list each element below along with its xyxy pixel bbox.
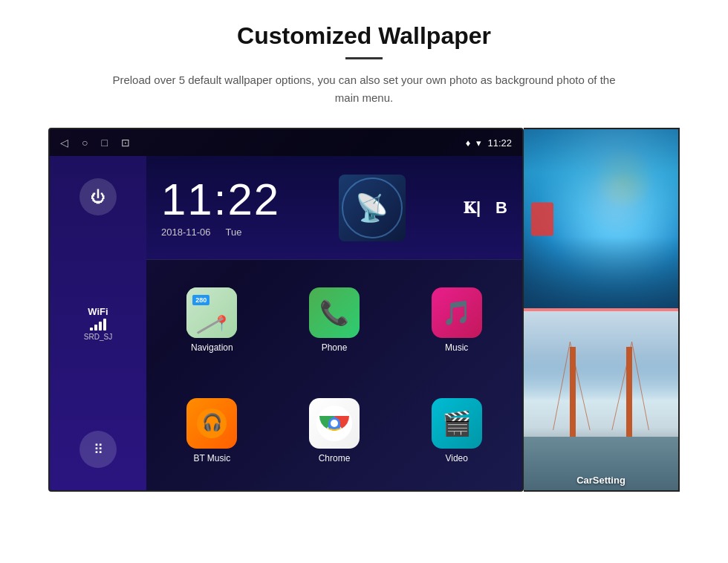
svg-line-9	[632, 342, 649, 430]
navigation-label: Navigation	[191, 342, 233, 353]
phone-label: Phone	[322, 342, 348, 353]
chrome-label: Chrome	[319, 453, 351, 463]
clock-date: 2018-11-06 Tue	[161, 227, 280, 238]
status-time: 11:22	[487, 137, 512, 149]
navigation-icon: 280 📍	[186, 287, 237, 338]
svg-line-7	[570, 342, 590, 430]
chrome-logo-svg	[316, 406, 352, 441]
date-text: 2018-11-06	[161, 227, 211, 238]
app-item-chrome[interactable]: Chrome	[276, 378, 393, 483]
sidebar-top: ⏻	[79, 178, 117, 215]
media-ring	[342, 178, 403, 238]
music-label: Music	[445, 342, 468, 353]
page-container: Customized Wallpaper Preload over 5 defa…	[0, 0, 728, 563]
wifi-bar-4	[103, 319, 106, 331]
apps-grid-button[interactable]: ⠿	[79, 431, 117, 468]
status-right: ♦ ▾ 11:22	[466, 137, 512, 149]
b-icon[interactable]: B	[495, 198, 507, 218]
status-bar: ◁ ○ □ ⊡ ♦ ▾ 11:22	[50, 129, 522, 156]
ki-icon[interactable]: 𝐊|	[464, 198, 481, 218]
grid-icon: ⠿	[94, 441, 103, 458]
bridge-cables-svg	[524, 311, 678, 490]
screen-area: ◁ ○ □ ⊡ ♦ ▾ 11:22 ⏻	[48, 128, 680, 492]
wallpaper-bridge[interactable]: CarSetting	[524, 311, 678, 490]
svg-line-8	[612, 342, 632, 430]
page-title: Customized Wallpaper	[237, 22, 491, 50]
power-button[interactable]: ⏻	[79, 178, 117, 215]
wifi-bars	[90, 319, 106, 331]
app-item-phone[interactable]: 📞 Phone	[276, 267, 393, 372]
svg-text:🎧: 🎧	[202, 412, 223, 432]
chrome-icon	[309, 398, 360, 449]
video-label: Video	[445, 453, 467, 463]
wifi-ssid: SRD_SJ	[84, 333, 112, 341]
wifi-status-icon: ▾	[476, 137, 481, 149]
center-content: 11:22 2018-11-06 Tue 📡 𝐊|	[146, 156, 522, 490]
sidebar: ⏻ WiFi SRD_SJ ⠿	[50, 156, 146, 490]
clock-info: 11:22 2018-11-06 Tue	[161, 178, 280, 238]
device-overlay	[531, 202, 553, 235]
title-divider	[345, 57, 383, 59]
clock-area: 11:22 2018-11-06 Tue 📡 𝐊|	[146, 156, 522, 260]
btmusic-label: BT Music	[193, 453, 230, 463]
app-grid: 280 📍 Navigation 📞 Phone	[146, 260, 522, 490]
wallpaper-ice-cave[interactable]	[524, 129, 678, 308]
wifi-label: WiFi	[88, 306, 108, 317]
day-text: Tue	[226, 227, 242, 238]
phone-icon: 📞	[309, 287, 360, 338]
nav-buttons: ◁ ○ □ ⊡	[60, 137, 130, 149]
recents-icon[interactable]: □	[101, 137, 107, 149]
carsetting-label: CarSetting	[524, 475, 678, 486]
btmusic-icon: 🎧	[186, 398, 237, 449]
app-item-video[interactable]: 🎬 Video	[398, 378, 515, 483]
wifi-bar-2	[94, 325, 97, 331]
wifi-bar-1	[90, 328, 93, 331]
music-icon: 🎵	[432, 287, 482, 338]
page-description: Preload over 5 default wallpaper options…	[104, 71, 624, 107]
media-widget[interactable]: 📡	[339, 175, 406, 241]
app-item-navigation[interactable]: 280 📍 Navigation	[154, 267, 270, 372]
app-item-music[interactable]: 🎵 Music	[398, 267, 515, 372]
android-screen: ◁ ○ □ ⊡ ♦ ▾ 11:22 ⏻	[48, 128, 524, 492]
video-icon: 🎬	[432, 398, 482, 449]
svg-line-6	[553, 342, 571, 430]
main-content: ⏻ WiFi SRD_SJ ⠿	[50, 156, 522, 490]
btmusic-svg: 🎧	[195, 407, 228, 440]
wifi-bar-3	[99, 322, 102, 331]
home-icon[interactable]: ○	[82, 137, 88, 149]
bridge-scene-bg: CarSetting	[524, 311, 678, 490]
clock-time: 11:22	[161, 178, 280, 222]
app-item-btmusic[interactable]: 🎧 BT Music	[154, 378, 270, 483]
header-icons: 𝐊| B	[464, 198, 507, 218]
back-icon[interactable]: ◁	[60, 137, 68, 149]
location-icon: ♦	[466, 137, 471, 149]
screenshot-icon[interactable]: ⊡	[121, 137, 130, 149]
wallpaper-panel: CarSetting	[524, 128, 680, 492]
power-icon: ⏻	[91, 189, 105, 206]
wifi-widget: WiFi SRD_SJ	[84, 306, 112, 341]
svg-point-5	[331, 420, 338, 427]
